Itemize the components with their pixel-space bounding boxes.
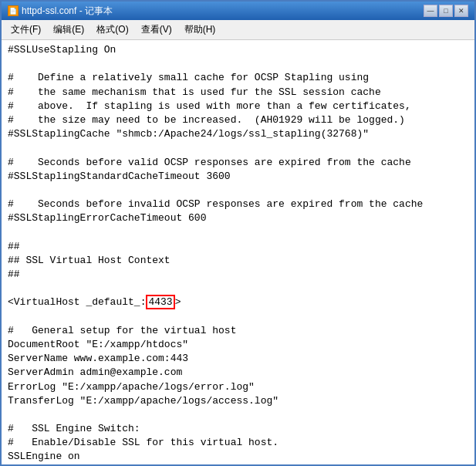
- text-line: #SSLUseStapling On: [8, 43, 468, 57]
- text-line: ErrorLog "E:/xampp/apache/logs/error.log…: [8, 380, 468, 394]
- text-editor-content[interactable]: #SSLUseStapling On # Define a relatively…: [2, 40, 474, 464]
- maximize-button[interactable]: □: [439, 5, 453, 17]
- text-line: #SSLStaplingStandardCacheTimeout 3600: [8, 170, 468, 184]
- text-line: [8, 184, 468, 198]
- title-bar-left: 📄 httpd-ssl.conf - 记事本: [8, 5, 113, 18]
- text-line: # SSL Engine Switch:: [8, 422, 468, 436]
- title-bar: 📄 httpd-ssl.conf - 记事本 — □ ✕: [2, 2, 474, 20]
- title-buttons: — □ ✕: [424, 5, 468, 17]
- menu-view[interactable]: 查看(V): [135, 22, 178, 38]
- text-line: #SSLStaplingErrorCacheTimeout 600: [8, 211, 468, 225]
- text-line: ServerAdmin admin@example.com: [8, 366, 468, 380]
- text-line: SSLEngine on: [8, 450, 468, 464]
- text-line: ##: [8, 268, 468, 282]
- menu-format[interactable]: 格式(O): [90, 22, 134, 38]
- menu-help[interactable]: 帮助(H): [178, 22, 222, 38]
- menu-bar: 文件(F) 编辑(E) 格式(O) 查看(V) 帮助(H): [2, 20, 474, 40]
- text-line: # the size may need to be increased. (AH…: [8, 113, 468, 127]
- text-line: #SSLStaplingCache "shmcb:/Apache24/logs/…: [8, 127, 468, 141]
- text-line: [8, 282, 468, 295]
- minimize-button[interactable]: —: [424, 5, 437, 17]
- main-window: 📄 httpd-ssl.conf - 记事本 — □ ✕ 文件(F) 编辑(E)…: [0, 0, 476, 466]
- app-icon: 📄: [8, 5, 19, 16]
- text-line: [8, 57, 468, 71]
- text-line: ##: [8, 240, 468, 254]
- text-line: <VirtualHost _default_:4433>: [8, 295, 468, 309]
- window-title: httpd-ssl.conf - 记事本: [22, 5, 113, 18]
- text-line: DocumentRoot "E:/xampp/htdocs": [8, 338, 468, 352]
- text-line: [8, 408, 468, 422]
- menu-edit[interactable]: 编辑(E): [47, 22, 90, 38]
- text-line: # Define a relatively small cache for OC…: [8, 71, 468, 85]
- text-line: ## SSL Virtual Host Context: [8, 254, 468, 268]
- text-line: [8, 310, 468, 324]
- menu-file[interactable]: 文件(F): [5, 22, 47, 38]
- text-line: # the same mechanism that is used fur th…: [8, 86, 468, 100]
- close-button[interactable]: ✕: [454, 5, 468, 17]
- text-line: ServerName www.example.com:443: [8, 352, 468, 366]
- highlighted-port: 4433: [146, 295, 174, 309]
- text-line: # Enable/Disable SSL for this virtual ho…: [8, 436, 468, 450]
- text-line: [8, 225, 468, 239]
- text-line: TransferLog "E:/xampp/apache/logs/access…: [8, 394, 468, 408]
- text-line: # General setup for the virtual host: [8, 324, 468, 338]
- text-line: # Seconds before valid OCSP responses ar…: [8, 156, 468, 170]
- text-line: # Seconds before invalid OCSP responses …: [8, 198, 468, 211]
- text-line: [8, 141, 468, 155]
- text-line: # above. If stapling is used with more t…: [8, 100, 468, 113]
